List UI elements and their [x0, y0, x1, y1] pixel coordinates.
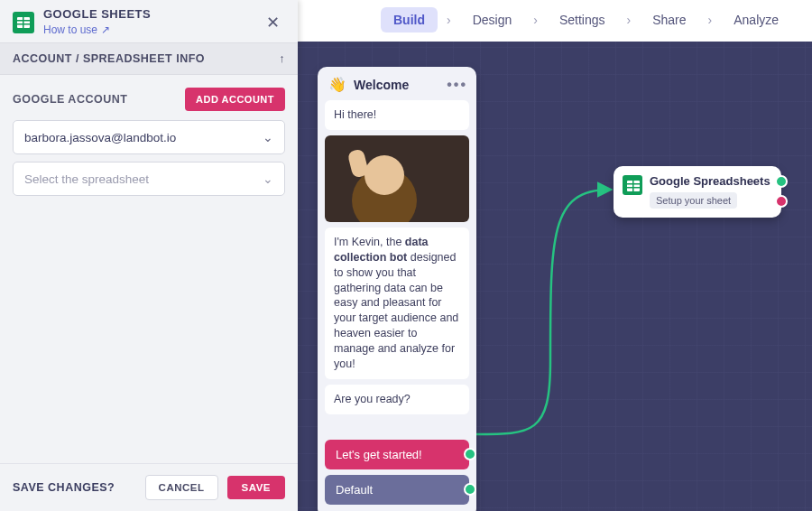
welcome-card[interactable]: 👋 Welcome ••• Hi there! I'm Kevin, the d… — [318, 67, 476, 511]
welcome-title: Welcome — [354, 78, 439, 92]
account-select-value: barbora.jassova@landbot.io — [24, 131, 176, 144]
tab-design[interactable]: Design — [460, 7, 525, 33]
card-menu-icon[interactable]: ••• — [447, 77, 467, 93]
flow-canvas[interactable]: Build› Design› Settings› Share› Analyze … — [298, 0, 812, 511]
how-to-use-link[interactable]: How to use ↗ — [43, 23, 110, 36]
node-title: Google Spreadsheets — [650, 175, 770, 189]
panel-header: GOOGLE SHEETS How to use ↗ ✕ — [0, 0, 298, 42]
how-to-use-label: How to use — [43, 23, 97, 36]
option-label: Let's get started! — [336, 448, 422, 461]
message-gif — [325, 135, 469, 222]
message-intro: I'm Kevin, the data collection bot desig… — [325, 228, 469, 379]
section-header[interactable]: ACCOUNT / SPREADSHEET INFO ↑ — [0, 42, 298, 75]
option-lets-get-started[interactable]: Let's get started! — [325, 440, 469, 469]
save-changes-label: SAVE CHANGES? — [13, 481, 115, 494]
google-sheets-icon — [13, 12, 34, 33]
account-select[interactable]: barbora.jassova@landbot.io ⌄ — [13, 120, 285, 154]
tab-settings[interactable]: Settings — [547, 7, 618, 33]
output-port-success-icon[interactable] — [775, 175, 788, 188]
tab-share[interactable]: Share — [640, 7, 698, 33]
panel-title: GOOGLE SHEETS — [43, 7, 261, 21]
message-ready: Are you ready? — [325, 385, 469, 414]
collapse-arrow-icon[interactable]: ↑ — [279, 52, 285, 65]
output-port-error-icon[interactable] — [775, 195, 788, 208]
google-sheets-icon — [623, 175, 642, 195]
wave-icon: 👋 — [328, 76, 346, 93]
spreadsheet-select[interactable]: Select the spreadsheet ⌄ — [13, 162, 285, 196]
node-subtitle: Setup your sheet — [650, 192, 737, 209]
google-account-label: GOOGLE ACCOUNT — [13, 93, 127, 106]
save-button[interactable]: SAVE — [227, 476, 285, 499]
add-account-button[interactable]: ADD ACCOUNT — [185, 88, 285, 111]
external-link-icon: ↗ — [101, 23, 110, 36]
message-hi: Hi there! — [325, 100, 469, 130]
close-icon[interactable]: ✕ — [261, 9, 285, 36]
top-nav: Build› Design› Settings› Share› Analyze — [298, 7, 812, 33]
section-title: ACCOUNT / SPREADSHEET INFO — [13, 52, 205, 65]
tab-build[interactable]: Build — [381, 7, 438, 33]
output-port-icon[interactable] — [464, 483, 476, 496]
google-spreadsheets-node[interactable]: Google Spreadsheets Setup your sheet — [614, 166, 781, 218]
config-panel: GOOGLE SHEETS How to use ↗ ✕ ACCOUNT / S… — [0, 0, 298, 511]
option-default[interactable]: Default — [325, 475, 469, 505]
chevron-down-icon: ⌄ — [263, 130, 273, 144]
tab-analyze[interactable]: Analyze — [721, 7, 791, 33]
chevron-down-icon: ⌄ — [263, 172, 273, 186]
output-port-icon[interactable] — [464, 448, 476, 460]
cancel-button[interactable]: CANCEL — [145, 475, 218, 500]
spreadsheet-select-placeholder: Select the spreadsheet — [24, 172, 149, 186]
option-label: Default — [336, 483, 373, 497]
panel-footer: SAVE CHANGES? CANCEL SAVE — [0, 463, 298, 511]
